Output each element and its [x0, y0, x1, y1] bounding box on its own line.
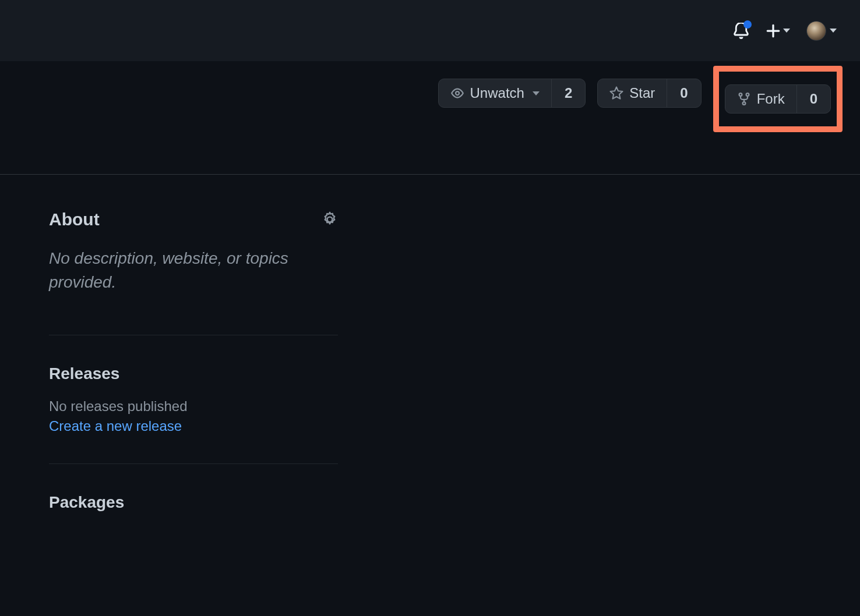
fork-button-group: Fork 0	[725, 84, 831, 114]
about-description: No description, website, or topics provi…	[49, 247, 338, 294]
unwatch-button[interactable]: Unwatch	[439, 79, 551, 107]
star-label: Star	[629, 85, 655, 101]
create-new-menu[interactable]	[766, 23, 790, 38]
fork-label: Fork	[757, 91, 785, 107]
notifications-button[interactable]	[733, 23, 749, 39]
star-button[interactable]: Star	[598, 79, 667, 107]
caret-down-icon	[533, 91, 540, 95]
about-settings-button[interactable]	[322, 211, 338, 228]
svg-point-3	[742, 102, 745, 105]
watchers-count[interactable]: 2	[551, 79, 585, 107]
global-header	[0, 0, 860, 61]
divider	[49, 463, 338, 464]
caret-down-icon	[783, 29, 790, 33]
unwatch-label: Unwatch	[470, 85, 524, 101]
fork-icon	[737, 92, 751, 106]
gear-icon	[322, 211, 338, 228]
releases-empty-text: No releases published	[49, 398, 338, 415]
unwatch-button-group: Unwatch 2	[438, 79, 586, 108]
divider	[49, 335, 338, 335]
svg-point-2	[746, 93, 749, 96]
eye-icon	[450, 86, 464, 100]
notification-indicator-dot	[743, 20, 752, 29]
star-icon	[609, 86, 623, 100]
avatar	[806, 21, 826, 41]
plus-icon	[766, 23, 781, 38]
repo-sidebar: About No description, website, or topics…	[0, 175, 338, 512]
fork-highlight-annotation: Fork 0	[713, 66, 843, 132]
star-button-group: Star 0	[597, 79, 701, 108]
about-header: About	[49, 210, 338, 229]
repo-actions-bar: Unwatch 2 Star 0 Fork 0	[0, 61, 860, 175]
packages-heading: Packages	[49, 493, 338, 512]
create-release-link[interactable]: Create a new release	[49, 418, 338, 434]
svg-point-0	[456, 91, 459, 95]
releases-section: Releases No releases published Create a …	[49, 364, 338, 434]
stars-count[interactable]: 0	[667, 79, 700, 107]
svg-point-1	[739, 93, 742, 96]
caret-down-icon	[830, 29, 837, 33]
user-menu[interactable]	[806, 21, 837, 41]
fork-button[interactable]: Fork	[725, 85, 796, 113]
releases-heading: Releases	[49, 364, 338, 383]
about-heading: About	[49, 210, 100, 229]
forks-count[interactable]: 0	[796, 85, 830, 113]
